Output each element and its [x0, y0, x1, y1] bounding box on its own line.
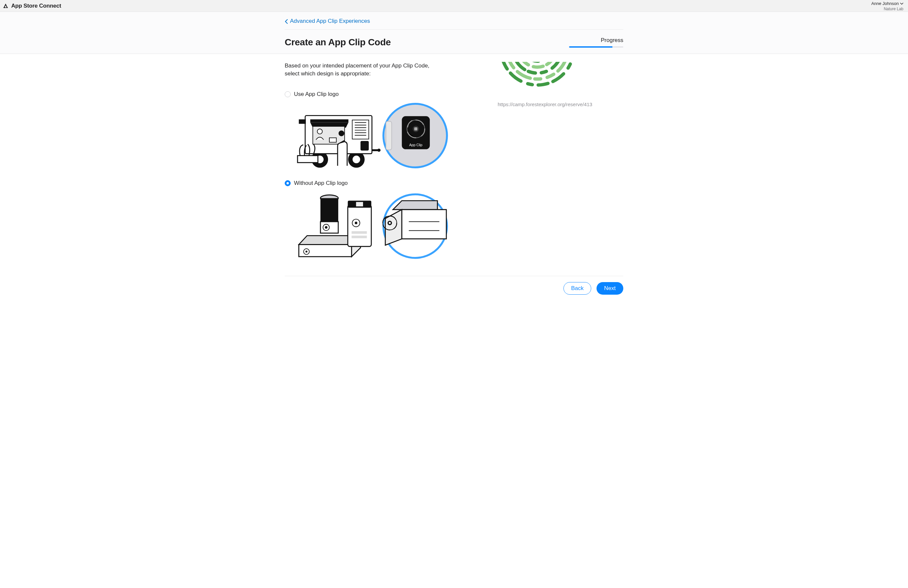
preview-url: https://camp.forestexplorer.org/reserve/… — [497, 101, 592, 107]
option-with-logo-figure: App Clip — [285, 102, 479, 171]
option-without-logo: Without App Clip logo — [285, 180, 479, 263]
svg-point-37 — [306, 250, 307, 252]
progress-fill — [569, 46, 612, 48]
svg-rect-18 — [298, 155, 318, 163]
svg-point-32 — [325, 226, 328, 229]
svg-point-1 — [353, 155, 360, 163]
radio-with-logo[interactable] — [285, 91, 291, 97]
account-name-text: Anne Johnson — [871, 1, 899, 6]
svg-rect-43 — [351, 231, 367, 234]
breadcrumb-row: Advanced App Clip Experiences — [285, 12, 623, 30]
option-without-logo-head[interactable]: Without App Clip logo — [285, 180, 479, 187]
preview-column: https://camp.forestexplorer.org/reserve/… — [497, 62, 623, 263]
option-without-logo-figure — [285, 191, 479, 263]
chevron-left-icon — [285, 19, 288, 24]
option-with-logo: Use App Clip logo — [285, 91, 479, 171]
content: Based on your intended placement of your… — [285, 54, 623, 276]
form-column: Based on your intended placement of your… — [285, 62, 479, 263]
svg-rect-21 — [361, 141, 369, 150]
illustration-with-logo-icon: App Clip — [288, 102, 453, 169]
svg-rect-7 — [352, 120, 369, 139]
radio-without-logo[interactable] — [285, 180, 291, 186]
svg-rect-40 — [356, 202, 363, 206]
option-with-logo-label: Use App Clip logo — [294, 91, 339, 98]
progress-bar — [569, 46, 623, 48]
page-title: Create an App Clip Code — [285, 37, 391, 48]
brand: App Store Connect — [3, 3, 61, 9]
svg-marker-48 — [402, 209, 446, 238]
illustration-without-logo-icon — [288, 191, 453, 261]
account-menu[interactable]: Anne Johnson Nature Lab — [871, 0, 903, 11]
brand-title: App Store Connect — [11, 3, 61, 9]
svg-rect-27 — [414, 127, 418, 130]
page-hero: Advanced App Clip Experiences Create an … — [0, 12, 908, 54]
footer: Back Next — [285, 276, 623, 295]
svg-point-42 — [355, 222, 357, 224]
svg-rect-6 — [310, 119, 348, 123]
option-without-logo-label: Without App Clip logo — [294, 180, 348, 187]
svg-rect-53 — [389, 222, 391, 224]
asc-logo-icon — [3, 3, 9, 9]
intro-text: Based on your intended placement of your… — [285, 62, 437, 78]
option-with-logo-head[interactable]: Use App Clip logo — [285, 91, 479, 98]
svg-rect-44 — [351, 235, 367, 238]
chevron-down-icon — [900, 1, 903, 6]
svg-rect-5 — [299, 119, 306, 124]
next-button[interactable]: Next — [597, 282, 623, 295]
top-bar: App Store Connect Anne Johnson Nature La… — [0, 0, 908, 12]
svg-point-20 — [377, 148, 381, 152]
svg-rect-23 — [386, 121, 391, 150]
breadcrumb-label: Advanced App Clip Experiences — [290, 18, 370, 24]
appclip-code-preview-icon — [497, 62, 577, 92]
appclip-code-preview: https://camp.forestexplorer.org/reserve/… — [497, 62, 623, 107]
account-name: Anne Johnson — [871, 1, 903, 6]
svg-rect-19 — [372, 149, 378, 151]
svg-rect-16 — [329, 138, 336, 142]
svg-point-15 — [317, 129, 322, 134]
appclip-badge-text: App Clip — [409, 143, 423, 147]
svg-point-17 — [339, 130, 344, 136]
svg-rect-38 — [348, 205, 371, 246]
progress-label: Progress — [569, 37, 623, 43]
breadcrumb-back-link[interactable]: Advanced App Clip Experiences — [285, 18, 370, 24]
svg-rect-34 — [299, 244, 352, 257]
progress: Progress — [569, 37, 623, 48]
back-button[interactable]: Back — [563, 282, 591, 295]
account-org: Nature Lab — [871, 7, 903, 11]
